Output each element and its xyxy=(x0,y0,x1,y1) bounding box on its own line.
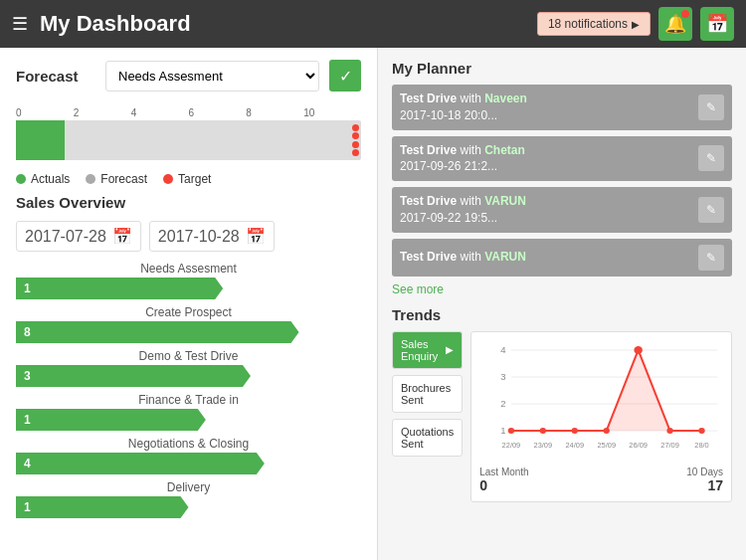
forecast-chart: 0 2 4 6 8 10 xyxy=(16,107,361,160)
date-to-value: 2017-10-28 xyxy=(158,228,240,246)
scale-0: 0 xyxy=(16,107,74,118)
trend-cat-quotations-sent[interactable]: QuotationsSent xyxy=(392,419,463,457)
scale-4: 4 xyxy=(131,107,189,118)
trend-cat-brochures-sent[interactable]: BrochuresSent xyxy=(392,375,463,413)
planner-item-text: Test Drive with Chetan 2017-09-26 21:2..… xyxy=(400,142,525,176)
see-more-link[interactable]: See more xyxy=(392,282,732,296)
calendar-button[interactable]: 📅 xyxy=(700,7,734,41)
forecast-select[interactable]: Needs Assesment xyxy=(105,61,319,92)
header-actions: 18 notifications 🔔 📅 xyxy=(537,7,734,41)
forecast-confirm-button[interactable]: ✓ xyxy=(329,60,361,92)
svg-point-10 xyxy=(540,428,546,434)
planner-person: VARUN xyxy=(484,194,526,208)
planner-edit-button[interactable]: ✎ xyxy=(698,245,724,271)
svg-text:4: 4 xyxy=(500,345,505,355)
target-dot-legend xyxy=(163,174,173,184)
svg-point-9 xyxy=(508,428,514,434)
target-indicator xyxy=(350,120,361,160)
svg-text:22/09: 22/09 xyxy=(502,441,521,450)
hamburger-icon[interactable]: ☰ xyxy=(12,13,28,35)
calendar-from-icon: 📅 xyxy=(112,227,132,246)
planner-item-title: Test Drive with Naveen xyxy=(400,91,527,107)
date-to-input[interactable]: 2017-10-28 📅 xyxy=(149,221,275,252)
planner-item-title: Test Drive with VARUN xyxy=(400,193,526,210)
svg-point-14 xyxy=(667,428,673,434)
planner-person: VARUN xyxy=(484,250,526,264)
trend-cat-label: BrochuresSent xyxy=(401,382,451,406)
trends-chart: 4 3 2 1 22/09 xyxy=(470,331,732,502)
forecast-legend: Forecast xyxy=(86,172,147,186)
page-title: My Dashboard xyxy=(40,11,537,37)
chart-bottom-values: 0 17 xyxy=(479,477,723,493)
svg-text:28/0: 28/0 xyxy=(694,441,708,450)
planner-item-2: Test Drive with VARUN 2017-09-22 19:5...… xyxy=(392,187,732,233)
planner-type: Test Drive xyxy=(400,194,457,208)
chart-footer: Last Month 10 Days xyxy=(479,467,723,477)
stage-bar: 1 xyxy=(16,409,206,431)
chart-svg: 4 3 2 1 22/09 xyxy=(479,340,723,460)
calendar-icon: 📅 xyxy=(706,13,728,35)
planner-item-0: Test Drive with Naveen 2017-10-18 20:0..… xyxy=(392,85,732,130)
svg-text:24/09: 24/09 xyxy=(566,441,585,450)
forecast-label: Forecast xyxy=(16,68,95,85)
planner-item-title: Test Drive with VARUN xyxy=(400,249,526,266)
planner-date: 2017-09-22 19:5... xyxy=(400,210,526,227)
target-dot xyxy=(352,149,359,156)
svg-point-15 xyxy=(699,428,705,434)
planner-with: with xyxy=(460,92,484,105)
svg-text:2: 2 xyxy=(500,399,505,409)
calendar-to-icon: 📅 xyxy=(246,227,266,246)
svg-marker-8 xyxy=(511,350,702,431)
trend-cat-label: QuotationsSent xyxy=(401,426,454,450)
date-range-row: 2017-07-28 📅 2017-10-28 📅 xyxy=(16,221,361,252)
my-planner-title: My Planner xyxy=(392,60,732,77)
chart-val-left: 0 xyxy=(479,477,487,493)
planner-type: Test Drive xyxy=(400,250,457,264)
actuals-legend: Actuals xyxy=(16,172,70,186)
target-label: Target xyxy=(178,172,211,186)
actuals-bar xyxy=(16,120,65,160)
bell-button[interactable]: 🔔 xyxy=(658,7,692,41)
stage-negotiations: Negotiations & Closing 4 xyxy=(16,437,361,474)
stage-label: Demo & Test Drive xyxy=(16,349,361,363)
planner-person: Chetan xyxy=(484,143,525,157)
svg-point-13 xyxy=(635,346,644,354)
sales-overview-title: Sales Overview xyxy=(16,194,361,211)
forecast-dot xyxy=(86,174,95,184)
svg-text:25/09: 25/09 xyxy=(598,441,617,450)
stage-label: Needs Assesment xyxy=(16,262,361,276)
date-from-input[interactable]: 2017-07-28 📅 xyxy=(16,221,141,252)
planner-item-text: Test Drive with VARUN 2017-09-22 19:5... xyxy=(400,193,526,227)
planner-date: 2017-09-26 21:2... xyxy=(400,158,525,175)
target-legend: Target xyxy=(163,172,211,186)
planner-person: Naveen xyxy=(484,92,527,105)
planner-edit-button[interactable]: ✎ xyxy=(698,197,724,223)
svg-point-11 xyxy=(572,428,578,434)
stage-bar: 1 xyxy=(16,496,189,518)
svg-text:23/09: 23/09 xyxy=(534,441,553,450)
target-dot xyxy=(352,132,359,139)
planner-type: Test Drive xyxy=(400,143,457,157)
stage-delivery: Delivery 1 xyxy=(16,480,361,518)
chart-track xyxy=(16,120,361,160)
target-dot xyxy=(352,141,359,148)
actuals-label: Actuals xyxy=(31,172,70,186)
planner-edit-button[interactable]: ✎ xyxy=(698,94,724,120)
left-panel: Forecast Needs Assesment ✓ 0 2 4 6 8 10 xyxy=(0,48,378,560)
stage-create-prospect: Create Prospect 8 xyxy=(16,305,361,343)
notifications-button[interactable]: 18 notifications xyxy=(537,12,651,36)
actuals-dot xyxy=(16,174,26,184)
planner-date: 2017-10-18 20:0... xyxy=(400,107,527,124)
stage-label: Negotiations & Closing xyxy=(16,437,361,451)
planner-with: with xyxy=(460,250,484,264)
scale-10: 10 xyxy=(303,107,361,118)
planner-edit-button[interactable]: ✎ xyxy=(698,145,724,171)
planner-item-text: Test Drive with Naveen 2017-10-18 20:0..… xyxy=(400,91,527,124)
stage-needs-assesment: Needs Assesment 1 xyxy=(16,262,361,299)
stage-bar: 8 xyxy=(16,321,299,343)
trend-cat-sales-enquiry[interactable]: SalesEnquiry ▶ xyxy=(392,331,463,369)
svg-point-12 xyxy=(604,428,610,434)
chart-footer-right: 10 Days xyxy=(686,467,723,477)
trend-cat-label: SalesEnquiry xyxy=(401,338,438,362)
forecast-label: Forecast xyxy=(100,172,147,186)
